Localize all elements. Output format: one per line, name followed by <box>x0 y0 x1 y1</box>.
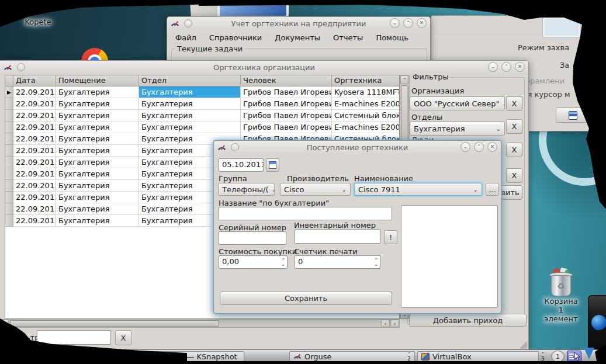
cell-date[interactable]: 22.09.2011 <box>13 122 56 133</box>
tray-arrow-icon[interactable] <box>584 348 594 359</box>
scroll-left2-icon[interactable]: ‹ <box>381 320 390 327</box>
serial-input[interactable] <box>219 231 286 245</box>
main-maximize-button[interactable]: ⌃ <box>501 62 511 72</box>
taskbar-item-ksnapshot[interactable]: jpeg — KSnapshot <box>137 351 244 362</box>
cell-person[interactable]: Грибов Павел Игоревич <box>241 110 332 122</box>
column-header[interactable]: Оргтехника <box>332 75 400 86</box>
equipment-list-box[interactable] <box>401 205 498 308</box>
dialog-maximize-button[interactable]: ⌃ <box>474 142 484 152</box>
table-row[interactable]: ▶22.09.2011БухгалтерияБухгалтерияГрибов … <box>5 86 399 98</box>
table-row[interactable]: 22.09.2011БухгалтерияБухгалтерияГрибов П… <box>5 122 399 133</box>
cell-equipment[interactable]: Системный блок <box>332 110 400 122</box>
partial-button-fragment[interactable]: вить <box>498 185 522 200</box>
group-combo[interactable]: Телефоны/(⌄ <box>218 183 275 196</box>
group-count-badge[interactable]: ⌃2 <box>407 352 411 361</box>
row-selector[interactable] <box>5 157 13 168</box>
cell-room[interactable]: Бухгалтерия <box>56 157 139 168</box>
cell-date[interactable]: 22.09.2011 <box>13 145 56 157</box>
row-selector[interactable] <box>5 203 13 215</box>
cell-room[interactable]: Бухгалтерия <box>56 145 139 157</box>
row-selector[interactable] <box>5 192 13 203</box>
calendar-button[interactable] <box>266 158 279 172</box>
manufacturer-combo[interactable]: Cisco⌄ <box>280 183 351 196</box>
warning-button[interactable]: ! <box>384 230 397 244</box>
row-selector[interactable] <box>5 110 13 122</box>
uchet-minimize-button[interactable]: ⌄ <box>390 18 400 28</box>
cell-equipment[interactable]: Kyosera 1118MFT <box>332 86 400 98</box>
counter-spinbox[interactable]: 0 ⌃⌄ <box>295 255 380 269</box>
column-header[interactable]: Человек <box>241 75 332 86</box>
equipment-filter-clear-button[interactable]: X <box>506 168 522 183</box>
dialog-close-button[interactable]: ✕ <box>487 142 497 152</box>
cell-dept[interactable]: Бухгалтерия <box>139 110 241 122</box>
save-button[interactable]: Сохранить <box>220 292 392 305</box>
name-combo[interactable]: Cisco 7911⌄ <box>354 183 482 196</box>
cell-person[interactable]: Грибов Павел Игоревич <box>241 86 332 98</box>
cell-date[interactable]: 22.09.2011 <box>13 98 56 110</box>
cell-date[interactable]: 22.09.2011 <box>13 157 56 168</box>
column-header[interactable]: Помещение <box>56 75 139 86</box>
cell-equipment[interactable]: E-machines E200H <box>332 122 400 133</box>
main-titlebar[interactable]: Оргтехника организации ⌄ ⌃ ✕ <box>0 61 528 74</box>
accounting-name-input[interactable] <box>219 207 392 220</box>
spinner-arrows-icon[interactable]: ⌃⌄ <box>281 256 285 268</box>
row-selector[interactable] <box>5 133 13 145</box>
cell-room[interactable]: Бухгалтерия <box>56 203 139 215</box>
dept-filter-clear-button[interactable]: X <box>506 119 522 134</box>
table-hscrollbar[interactable]: ‹ ‹ › <box>0 319 400 328</box>
cell-equipment[interactable]: E-machines E200H <box>332 98 400 110</box>
main-close-button[interactable]: ✕ <box>515 62 525 72</box>
table-row[interactable]: 22.09.2011БухгалтерияБухгалтерияГрибов П… <box>5 110 399 122</box>
dept-filter-combo[interactable]: Бухгалтерия⌄ <box>410 122 505 136</box>
uchet-titlebar[interactable]: Учет оргтехники на предприятии ⌄ ⌃ ✕ <box>167 17 430 30</box>
resize-grip[interactable] <box>519 341 527 349</box>
cell-date[interactable]: 22.09.2011 <box>13 168 56 180</box>
scroll-right-icon[interactable]: › <box>390 320 399 327</box>
date-input[interactable]: 05.10.2011 <box>219 158 264 172</box>
row-selector[interactable]: ▶ <box>5 86 13 98</box>
uchet-maximize-button[interactable]: ⌃ <box>403 18 413 28</box>
desktop-icon-trash[interactable]: ♻ Корзина 1 элемент <box>541 270 581 323</box>
cell-date[interactable]: 22.09.2011 <box>13 133 56 145</box>
status-filter-input[interactable] <box>37 330 111 345</box>
tray-selection-icon[interactable] <box>567 351 581 362</box>
panel-widget[interactable] <box>588 295 606 351</box>
pager-desktop-button[interactable]: 1 <box>551 351 565 362</box>
uchet-close-button[interactable]: ✕ <box>417 18 427 28</box>
row-selector[interactable] <box>5 180 13 192</box>
menu-references[interactable]: Справочники <box>207 32 264 43</box>
cell-date[interactable]: 22.09.2011 <box>13 215 56 227</box>
desktop-icon-kopete[interactable]: Kopete <box>18 16 58 27</box>
row-selector[interactable] <box>5 98 13 110</box>
column-header[interactable]: Дата <box>13 75 56 86</box>
cost-spinbox[interactable]: 0,00 ⌃⌄ <box>219 255 288 269</box>
taskbar-item-orguse[interactable]: Orguse ⌃2 <box>289 351 415 362</box>
cell-dept[interactable]: Бухгалтерия <box>139 122 241 133</box>
column-header[interactable]: Отдел <box>139 75 241 86</box>
row-selector-header[interactable] <box>5 75 13 86</box>
cell-date[interactable]: 22.09.2011 <box>13 192 56 203</box>
status-filter-clear-button[interactable]: X <box>115 330 131 345</box>
cell-room[interactable]: Бухгалтерия <box>56 192 139 203</box>
cell-room[interactable]: Бухгалтерия <box>56 110 139 122</box>
cell-room[interactable]: Бухгалтерия <box>56 86 139 98</box>
row-selector[interactable] <box>5 215 13 227</box>
row-selector[interactable] <box>5 122 13 133</box>
tray-count-badge[interactable]: ⌃3 <box>541 352 545 361</box>
cell-date[interactable]: 22.09.2011 <box>13 86 56 98</box>
add-income-button[interactable]: Добавить приход <box>409 314 527 327</box>
org-filter-clear-button[interactable]: X <box>506 96 522 111</box>
table-row[interactable]: 22.09.2011БухгалтерияБухгалтерияГрибов П… <box>5 98 399 110</box>
inventory-input[interactable] <box>295 229 380 244</box>
main-minimize-button[interactable]: ⌄ <box>488 62 498 72</box>
people-filter-clear-button[interactable]: X <box>506 143 522 157</box>
cell-dept[interactable]: Бухгалтерия <box>139 86 241 98</box>
row-selector[interactable] <box>5 145 13 157</box>
cell-person[interactable]: Грибов Павел Игоревич <box>241 98 332 110</box>
cell-room[interactable]: Бухгалтерия <box>56 180 139 192</box>
cell-date[interactable]: 22.09.2011 <box>13 110 56 122</box>
cell-room[interactable]: Бухгалтерия <box>56 122 139 133</box>
scroll-left-icon[interactable]: ‹ <box>1 320 9 327</box>
cell-room[interactable]: Бухгалтерия <box>56 133 139 145</box>
ksnapshot-save-button[interactable] <box>556 108 590 123</box>
